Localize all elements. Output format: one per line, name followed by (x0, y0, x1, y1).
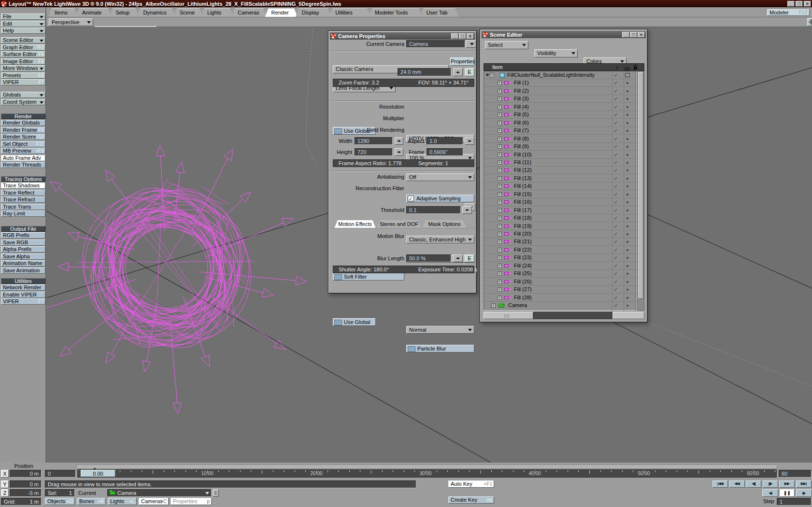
item-visibility-dot-icon[interactable] (627, 130, 628, 132)
antialiasing-dropdown[interactable]: Classic, Enhanced High (406, 236, 474, 243)
sidebar-item-sel-object[interactable]: Sel ObjectF11 (1, 141, 45, 147)
rewind-start-button[interactable]: |◀◀ (712, 480, 728, 488)
cameras-button[interactable]: Cameras+C (139, 498, 169, 505)
scene-item-row[interactable]: +Fill (7)✓ (484, 127, 638, 135)
properties-button[interactable]: Properties (450, 57, 474, 66)
item-active-check-icon[interactable]: ✓ (614, 167, 618, 174)
close-icon[interactable]: × (638, 32, 645, 38)
item-active-check-icon[interactable]: ✓ (614, 254, 618, 261)
expand-plus-icon[interactable]: + (498, 264, 502, 268)
tab-display[interactable]: Display (296, 8, 331, 17)
scene-item-row[interactable]: +Fill (2)✓ (484, 87, 638, 95)
scene-item-row[interactable]: +FillClusterNull_ScalableLightIntensity✓ (484, 71, 638, 79)
use-global-motion-blur-button[interactable]: Use Global (333, 318, 376, 326)
item-visibility-dot-icon[interactable] (627, 297, 628, 299)
visibility-dropdown[interactable]: Visibility (534, 49, 578, 57)
expand-plus-icon[interactable]: + (498, 89, 502, 93)
end-frame-field[interactable]: 60 (779, 470, 812, 478)
item-active-check-icon[interactable]: ✓ (614, 135, 618, 142)
current-item-dropdown[interactable]: Camera (107, 489, 212, 497)
scene-item-row[interactable]: +Fill (17)✓ (484, 207, 638, 214)
sidebar-item-trace-shadows[interactable]: Trace Shadows (1, 183, 45, 189)
x-position-field[interactable]: 0 m (10, 470, 42, 478)
scene-item-row[interactable]: +Fill (24)✓ (484, 262, 638, 270)
pause-button[interactable]: ❚❚ (780, 489, 795, 497)
item-active-check-icon[interactable]: ✓ (614, 87, 618, 95)
item-visibility-dot-icon[interactable] (627, 114, 628, 116)
sidebar-item-viper[interactable]: VIPERF7 (1, 298, 45, 305)
item-active-check-icon[interactable]: ✓ (614, 183, 618, 190)
tab-items[interactable]: Items (48, 8, 78, 17)
expand-plus-icon[interactable]: + (498, 280, 502, 284)
scene-item-row[interactable]: +Fill (25)✓ (484, 270, 638, 278)
item-active-check-icon[interactable]: ✓ (614, 294, 618, 301)
scene-item-row[interactable]: +Fill (23)✓ (484, 254, 638, 262)
scene-item-row[interactable]: +Fill (27)✓ (484, 286, 638, 294)
horizontal-scrollbar[interactable] (484, 312, 644, 319)
item-visibility-dot-icon[interactable] (627, 217, 628, 219)
item-active-check-icon[interactable]: ✓ (614, 95, 618, 102)
sidebar-item-trace-reflect[interactable]: Trace Reflect (1, 190, 45, 196)
lens-envelope-button[interactable]: E (465, 68, 474, 76)
item-visibility-dot-icon[interactable] (627, 289, 628, 291)
sidebar-item-presets[interactable]: PresetsF8 (1, 72, 45, 79)
next-keyframe-button[interactable]: ▶▶ (779, 480, 795, 488)
expand-plus-icon[interactable]: + (498, 121, 502, 125)
blur-length-envelope-button[interactable]: E (465, 254, 474, 262)
item-active-check-icon[interactable]: ✓ (614, 71, 618, 79)
item-active-check-icon[interactable]: ✓ (614, 230, 618, 238)
item-visibility-grid-icon[interactable] (625, 73, 630, 77)
item-visibility-dot-icon[interactable] (627, 82, 628, 84)
item-visibility-dot-icon[interactable] (627, 154, 628, 156)
item-active-check-icon[interactable]: ✓ (614, 79, 618, 86)
scene-item-row[interactable]: +Fill (11)✓ (484, 159, 638, 167)
aspect-field[interactable]: 1.0 (427, 137, 463, 145)
sidebar-item-rgb-prefix[interactable]: RGB Prefix (1, 232, 45, 239)
maximize-icon[interactable]: □ (796, 1, 803, 7)
expand-plus-icon[interactable]: + (498, 105, 502, 109)
vertical-scrollbar[interactable] (637, 71, 644, 310)
auto-key-button[interactable]: Auto Key+F1 (448, 480, 494, 488)
scene-item-row[interactable]: +Fill (4)✓ (484, 103, 638, 111)
item-visibility-dot-icon[interactable] (627, 106, 628, 108)
play-button[interactable]: ▶ (796, 489, 812, 497)
scene-item-row[interactable]: +Fill (10)✓ (484, 151, 638, 159)
tab-lights[interactable]: Lights (201, 8, 233, 17)
close-icon[interactable]: × (804, 1, 811, 7)
sidebar-item-scene-editor[interactable]: Scene Editor (1, 37, 45, 43)
item-visibility-dot-icon[interactable] (627, 265, 628, 267)
adaptive-sampling-toggle[interactable]: ✓ Adaptive Sampling (406, 195, 474, 202)
sidebar-item-render-threads[interactable]: Render Threads (1, 162, 45, 168)
sidebar-item-animation-name[interactable]: Animation Name (1, 260, 45, 267)
scene-item-row[interactable]: +Fill (16)✓ (484, 198, 638, 206)
sidebar-item-save-rgb[interactable]: Save RGB (1, 239, 45, 246)
frame-slider[interactable]: 0.00 (81, 470, 115, 477)
prev-frame-button[interactable]: ◀|| (746, 480, 761, 488)
tab-user-tab[interactable]: User Tab (420, 8, 459, 17)
play-reverse-button[interactable]: ◀ (762, 489, 778, 497)
expand-plus-icon[interactable]: + (498, 232, 502, 236)
sidebar-item-help[interactable]: Help (1, 28, 45, 34)
item-visibility-dot-icon[interactable] (627, 178, 628, 180)
expand-plus-icon[interactable]: + (491, 303, 496, 308)
camera-properties-titlebar[interactable]: Camera Properties _ □ × (330, 32, 475, 40)
sidebar-item-alpha-prefix[interactable]: Alpha Prefix (1, 246, 45, 253)
z-axis-button[interactable]: Z (1, 489, 9, 497)
scene-item-row[interactable]: +Fill (18)✓ (484, 214, 638, 222)
item-visibility-dot-icon[interactable] (627, 249, 628, 251)
vertical-scrollbar-thumb[interactable] (638, 72, 643, 299)
item-visibility-dot-icon[interactable] (627, 210, 628, 211)
item-active-check-icon[interactable]: ✓ (614, 238, 618, 245)
sidebar-item-file[interactable]: File (1, 14, 45, 20)
lens-value-field[interactable]: 24.0 mm (398, 68, 451, 76)
tab-cameras[interactable]: Cameras (231, 8, 267, 17)
bones-button[interactable]: Bones+B (77, 498, 106, 505)
motion-blur-dropdown[interactable]: Normal (406, 326, 474, 334)
tab-animate[interactable]: Animate (76, 8, 111, 17)
objects-button[interactable]: Objects+O (45, 498, 75, 505)
current-camera-value[interactable]: Camera (406, 40, 465, 48)
scene-item-row[interactable]: +Fill (20)✓ (484, 230, 638, 238)
scene-item-row[interactable]: +Fill (6)✓ (484, 119, 638, 127)
expand-plus-icon[interactable]: + (498, 287, 502, 292)
tab-setup[interactable]: Setup (109, 8, 139, 17)
